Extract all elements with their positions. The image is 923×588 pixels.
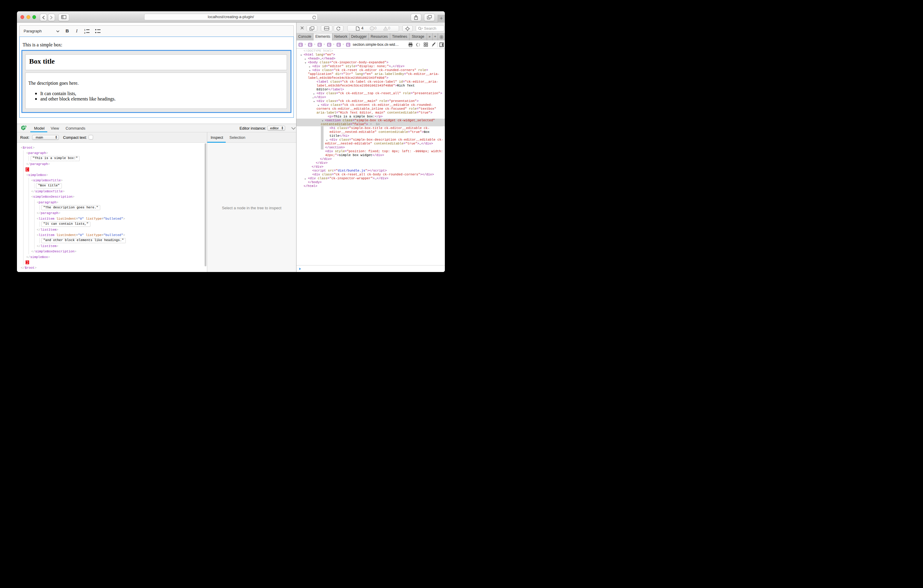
svg-text:5: 5	[25, 125, 26, 128]
svg-text:2: 2	[84, 31, 85, 34]
svg-text:1: 1	[84, 29, 85, 31]
